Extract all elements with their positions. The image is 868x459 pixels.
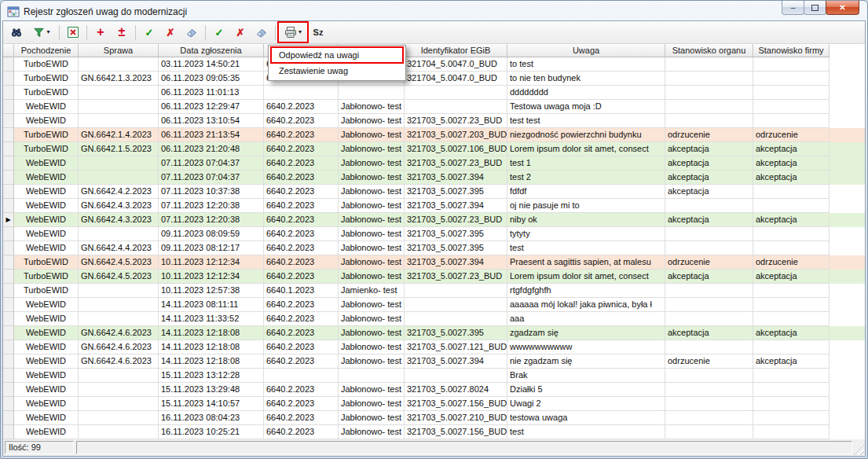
cell-sprawa[interactable]	[79, 156, 159, 171]
cell-operat[interactable]: 6640.2.2023	[264, 312, 339, 326]
cell-identyfikator-egib[interactable]: 321703_5.0027.395	[405, 227, 507, 241]
cell-operat[interactable]: 6640.2.2023	[264, 185, 339, 199]
cell-sprawa[interactable]	[79, 425, 159, 439]
table-row[interactable]: TurboEWIDGN.6642.1.5.202306.11.2023 21:2…	[3, 142, 865, 156]
cell-sprawa[interactable]	[79, 114, 159, 128]
cell-stanowisko-firmy[interactable]	[753, 72, 830, 86]
cell-pochodzenie[interactable]: TurboEWID	[14, 284, 79, 298]
cell-identyfikator-egib[interactable]: 321703_5.0027.203_BUD	[405, 128, 507, 142]
cell-pochodzenie[interactable]: WebEWID	[14, 156, 79, 171]
cell-identyfikator-egib[interactable]: 321703_5.0027.395	[405, 326, 507, 340]
table-row[interactable]: WebEWID06.11.2023 12:29:476640.2.2023Jab…	[3, 100, 865, 114]
add-button[interactable]: +	[90, 23, 111, 42]
reject-button[interactable]: ✗	[160, 23, 181, 42]
cell-identyfikator-egib[interactable]: 321704_5.0047.0_BUD	[405, 57, 507, 72]
cell-uwaga[interactable]: test test	[507, 114, 665, 128]
cell-data-zgloszenia[interactable]: 14.11.2023 12:18:08	[159, 340, 264, 354]
cell-sprawa[interactable]	[79, 284, 159, 298]
cell-identyfikator-egib[interactable]	[405, 284, 507, 298]
cell-uwaga[interactable]: to test	[507, 57, 665, 72]
cell-obreb[interactable]: Jabłonowo- test	[339, 312, 405, 326]
cell-sprawa[interactable]	[79, 86, 159, 100]
cell-data-zgloszenia[interactable]: 15.11.2023 13:29:48	[159, 383, 264, 397]
row-selector[interactable]	[3, 425, 14, 439]
cell-sprawa[interactable]: GN.6642.4.4.2023	[79, 241, 159, 255]
cell-operat[interactable]: 6640.2.2023	[264, 171, 339, 185]
row-selector[interactable]	[3, 227, 14, 241]
cell-identyfikator-egib[interactable]: 321703_5.0027.210_BUD	[405, 411, 507, 425]
cell-stanowisko-firmy[interactable]: odrzucenie	[753, 128, 830, 142]
table-row[interactable]: ▶WebEWIDGN.6642.4.3.202307.11.2023 12:20…	[3, 213, 865, 227]
cell-sprawa[interactable]	[79, 312, 159, 326]
row-selector[interactable]	[3, 156, 14, 171]
cell-identyfikator-egib[interactable]: 321703_5.0027.23_BUD	[405, 156, 507, 171]
cell-identyfikator-egib[interactable]: 321703_5.0027.8024	[405, 383, 507, 397]
cell-sprawa[interactable]: GN.6642.4.3.2023	[79, 213, 159, 227]
filter-button[interactable]: ▾	[27, 23, 56, 42]
cell-stanowisko-firmy[interactable]: akceptacja	[753, 171, 830, 185]
cell-uwaga[interactable]: testowa uwaga	[507, 411, 665, 425]
table-row[interactable]: WebEWIDGN.6642.4.6.202314.11.2023 12:18:…	[3, 326, 865, 340]
cell-stanowisko-firmy[interactable]	[753, 227, 830, 241]
cell-pochodzenie[interactable]: WebEWID	[14, 326, 79, 340]
cell-identyfikator-egib[interactable]: 321703_5.0027.395	[405, 185, 507, 199]
cell-obreb[interactable]: Jabłonowo- test	[339, 100, 405, 114]
cell-stanowisko-firmy[interactable]	[753, 425, 830, 439]
cell-data-zgloszenia[interactable]: 10.11.2023 12:12:34	[159, 270, 264, 284]
table-row[interactable]: WebEWID15.11.2023 13:29:486640.2.2023Jab…	[3, 383, 865, 397]
cell-data-zgloszenia[interactable]: 16.11.2023 08:04:23	[159, 411, 264, 425]
cell-sprawa[interactable]	[79, 369, 159, 383]
find-button[interactable]	[6, 23, 27, 42]
cell-stanowisko-organu[interactable]	[665, 199, 753, 213]
row-selector[interactable]	[3, 326, 14, 340]
cell-uwaga[interactable]: fdfdf	[507, 185, 665, 199]
cell-uwaga[interactable]: aaa	[507, 312, 665, 326]
table-row[interactable]: WebEWIDGN.6642.4.6.202314.11.2023 12:18:…	[3, 340, 865, 354]
row-selector[interactable]	[3, 298, 14, 312]
column-header-stanowisko-firmy[interactable]: Stanowisko firmy	[753, 44, 830, 57]
cell-pochodzenie[interactable]: TurboEWID	[14, 128, 79, 142]
cell-stanowisko-organu[interactable]	[665, 284, 753, 298]
cell-uwaga[interactable]: test	[507, 425, 665, 439]
cell-stanowisko-firmy[interactable]: odrzucenie	[753, 255, 830, 270]
cell-identyfikator-egib[interactable]: 321703_5.0027.23_BUD	[405, 114, 507, 128]
cell-sprawa[interactable]: GN.6642.4.5.2023	[79, 270, 159, 284]
cell-uwaga[interactable]: Uwagi 2	[507, 397, 665, 411]
cell-pochodzenie[interactable]: TurboEWID	[14, 57, 79, 72]
cell-identyfikator-egib[interactable]	[405, 100, 507, 114]
cell-pochodzenie[interactable]: WebEWID	[14, 114, 79, 128]
cell-data-zgloszenia[interactable]: 14.11.2023 08:11:11	[159, 298, 264, 312]
table-row[interactable]: WebEWID15.11.2023 14:10:576640.2.2023Jab…	[3, 397, 865, 411]
cell-data-zgloszenia[interactable]: 07.11.2023 12:20:38	[159, 213, 264, 227]
cell-uwaga[interactable]: Brak	[507, 369, 665, 383]
cell-data-zgloszenia[interactable]: 09.11.2023 08:12:17	[159, 241, 264, 255]
add-remove-button[interactable]: ±	[112, 23, 132, 42]
cell-operat[interactable]: 6640.2.2023	[264, 241, 339, 255]
resize-grip[interactable]	[854, 445, 864, 455]
cell-obreb[interactable]: Jabłonowo- test	[339, 255, 405, 270]
cell-stanowisko-organu[interactable]	[665, 312, 753, 326]
cell-data-zgloszenia[interactable]: 07.11.2023 07:04:37	[159, 156, 264, 171]
cell-stanowisko-organu[interactable]	[665, 72, 753, 86]
table-row[interactable]: WebEWID14.11.2023 08:11:116640.2.2023Jab…	[3, 298, 865, 312]
cell-sprawa[interactable]: GN.6642.1.5.2023	[79, 142, 159, 156]
table-row[interactable]: TurboEWID10.11.2023 12:57:386640.1.2023J…	[3, 284, 865, 298]
cell-pochodzenie[interactable]: WebEWID	[14, 411, 79, 425]
table-row[interactable]: TurboEWIDGN.6642.4.5.202310.11.2023 12:1…	[3, 255, 865, 270]
cell-stanowisko-organu[interactable]	[665, 425, 753, 439]
cell-sprawa[interactable]	[79, 171, 159, 185]
current-row-marker[interactable]: ▶	[3, 213, 14, 227]
cell-uwaga[interactable]: tytyty	[507, 227, 665, 241]
cell-stanowisko-organu[interactable]: akceptacja	[665, 326, 753, 340]
cell-operat[interactable]: 6640.2.2023	[264, 340, 339, 354]
cell-stanowisko-firmy[interactable]	[753, 298, 830, 312]
cell-obreb[interactable]: Jabłonowo- test	[339, 411, 405, 425]
row-selector[interactable]	[3, 185, 14, 199]
cell-operat[interactable]: 6640.1.2023	[264, 284, 339, 298]
table-row[interactable]: WebEWID16.11.2023 10:25:216640.2.2023Jab…	[3, 425, 865, 439]
accept-button[interactable]: ✓	[139, 23, 159, 42]
column-header-stanowisko-organu[interactable]: Stanowisko organu	[665, 44, 753, 57]
cell-uwaga[interactable]: Lorem ipsum dolor sit amet, consect	[507, 142, 665, 156]
cell-sprawa[interactable]: GN.6642.4.2.2023	[79, 185, 159, 199]
cell-identyfikator-egib[interactable]: 321703_5.0027.23_BUD	[405, 270, 507, 284]
